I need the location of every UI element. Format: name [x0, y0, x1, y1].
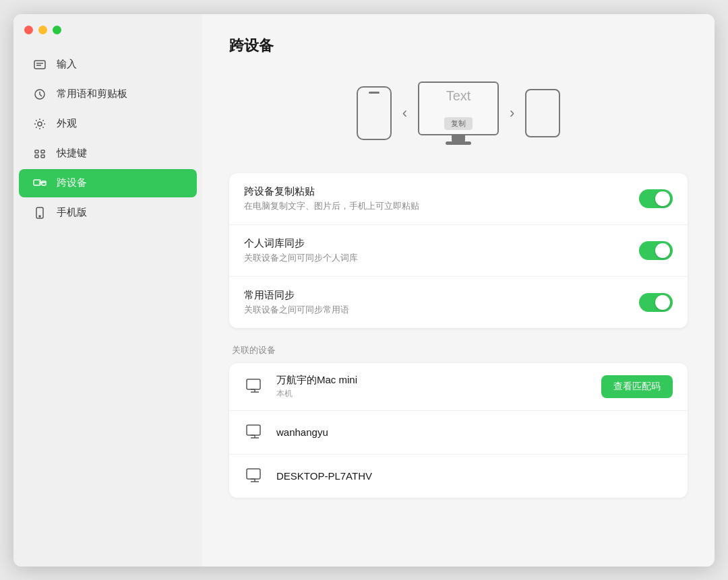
- sidebar-item-label: 外观: [57, 117, 77, 130]
- toggle-vocab[interactable]: [639, 241, 673, 260]
- device-row-desktop: DESKTOP-PL7ATHV: [229, 454, 688, 498]
- sidebar-item-phrases[interactable]: 常用语和剪贴板: [19, 80, 197, 108]
- appearance-icon: [32, 117, 47, 131]
- sidebar-item-label: 手机版: [57, 206, 87, 219]
- device-name-macmini: 万航宇的Mac mini: [276, 374, 590, 387]
- sidebar-item-appearance[interactable]: 外观: [19, 110, 197, 138]
- shortcuts-icon: [32, 146, 47, 161]
- device-row-macmini: 万航宇的Mac mini 本机 查看匹配码: [229, 363, 688, 410]
- tablet-device-right: [525, 89, 560, 137]
- minimize-button[interactable]: [38, 26, 47, 34]
- devices-section-label: 关联的设备: [229, 344, 688, 356]
- sidebar-item-label: 快捷键: [57, 147, 87, 160]
- titlebar: [13, 14, 715, 46]
- setting-row-vocab: 个人词库同步 关联设备之间可同步个人词库: [229, 224, 688, 276]
- device-icon-desktop: [244, 465, 266, 487]
- device-row-wanhangyu: wanhangyu: [229, 410, 688, 454]
- sidebar-item-label: 输入: [57, 58, 77, 71]
- device-name-desktop: DESKTOP-PL7ATHV: [276, 470, 673, 482]
- sidebar: 输入 常用语和剪贴板 外观: [13, 14, 202, 567]
- device-icon-macmini: [244, 376, 266, 397]
- setting-desc-vocab: 关联设备之间可同步个人词库: [244, 253, 628, 264]
- monitor-device: Text 复制: [418, 82, 499, 145]
- svg-rect-7: [35, 155, 38, 158]
- close-button[interactable]: [24, 26, 33, 34]
- match-code-button[interactable]: 查看匹配码: [601, 375, 673, 398]
- hero-illustration: ‹ Text 复制 ›: [229, 75, 688, 152]
- input-icon: [32, 57, 47, 72]
- device-sub-macmini: 本机: [276, 388, 590, 399]
- setting-row-phrases: 常用语同步 关联设备之间可同步常用语: [229, 276, 688, 328]
- toggle-phrases[interactable]: [639, 293, 673, 312]
- sidebar-item-input[interactable]: 输入: [19, 51, 197, 79]
- device-name-wanhangyu: wanhangyu: [276, 426, 673, 438]
- sidebar-item-label: 跨设备: [57, 176, 87, 189]
- right-arrow-icon: ›: [510, 104, 514, 122]
- mobile-icon: [32, 205, 47, 220]
- phone-device-left: [357, 86, 392, 140]
- svg-point-12: [39, 216, 40, 217]
- svg-rect-10: [42, 181, 46, 185]
- sidebar-item-shortcuts[interactable]: 快捷键: [19, 139, 197, 168]
- svg-rect-6: [41, 150, 44, 153]
- svg-rect-21: [247, 469, 260, 479]
- svg-rect-13: [247, 379, 260, 389]
- setting-desc-phrases: 关联设备之间可同步常用语: [244, 304, 628, 316]
- setting-desc-copy: 在电脑复制文字、图片后，手机上可立即粘贴: [244, 201, 628, 212]
- setting-row-copy-paste: 跨设备复制粘贴 在电脑复制文字、图片后，手机上可立即粘贴: [229, 173, 688, 224]
- main-content: 跨设备 ‹ Text 复制 ›: [202, 14, 715, 567]
- svg-rect-8: [41, 155, 44, 158]
- svg-rect-17: [247, 425, 260, 435]
- toggle-copy-paste[interactable]: [639, 189, 673, 208]
- device-icon-wanhangyu: [244, 422, 266, 443]
- sidebar-item-cross-device[interactable]: 跨设备: [19, 169, 197, 197]
- svg-rect-5: [35, 150, 38, 153]
- svg-rect-0: [34, 61, 45, 69]
- copy-button-label: 复制: [444, 117, 473, 130]
- sidebar-item-label: 常用语和剪贴板: [57, 88, 127, 100]
- monitor-text: Text: [446, 88, 471, 104]
- setting-title-copy: 跨设备复制粘贴: [244, 185, 628, 198]
- left-arrow-icon: ‹: [402, 104, 407, 122]
- svg-rect-9: [34, 180, 40, 185]
- device-list-card: 万航宇的Mac mini 本机 查看匹配码 wanhangyu: [229, 363, 688, 498]
- svg-point-4: [38, 122, 42, 126]
- setting-title-vocab: 个人词库同步: [244, 237, 628, 250]
- phrases-icon: [32, 87, 47, 102]
- fullscreen-button[interactable]: [53, 26, 61, 34]
- cross-device-icon: [32, 176, 47, 191]
- settings-card: 跨设备复制粘贴 在电脑复制文字、图片后，手机上可立即粘贴 个人词库同步 关联设备…: [229, 173, 688, 328]
- setting-title-phrases: 常用语同步: [244, 289, 628, 302]
- sidebar-item-mobile[interactable]: 手机版: [19, 199, 197, 227]
